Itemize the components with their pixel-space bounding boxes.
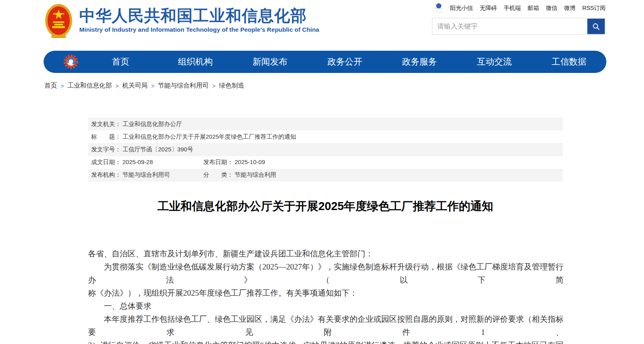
breadcrumb-home[interactable]: 首页 bbox=[44, 82, 57, 90]
meta-value: 节能与综合利用司 bbox=[122, 171, 170, 179]
search-icon bbox=[592, 23, 600, 31]
miit-gear-logo-icon bbox=[63, 54, 79, 70]
meta-row-org-category: 发布机构： 节能与综合利用司 分 类： 节能与综合利用 bbox=[88, 169, 563, 182]
meta-value: 工业和信息化部办公厅关于开展2025年度绿色工厂推荐工作的通知 bbox=[122, 133, 296, 141]
breadcrumb: 首页 > 工业和信息化部 > 机关司局 > 节能与综合利用司 > 绿色制造 bbox=[44, 82, 245, 90]
breadcrumb-departments[interactable]: 机关司局 bbox=[122, 82, 147, 90]
quick-link-rss[interactable]: RSS订阅 bbox=[582, 4, 606, 12]
quick-link-mail[interactable]: 邮箱 bbox=[527, 4, 539, 12]
site-titles: 中华人民共和国工业和信息化部 Ministry of Industry and … bbox=[79, 6, 319, 33]
body-line: 2）进行自评价。省级工业和信息化主管部门按照“优中选优、宁缺毋滥”的原则进行遴选… bbox=[88, 339, 564, 344]
meta-label: 发布机构： bbox=[91, 171, 121, 179]
meta-row-issuing-office: 发文机关： 工业和信息化部办公厅 bbox=[88, 118, 563, 130]
meta-label: 成文日期： bbox=[91, 159, 121, 166]
body-line-salutation: 各省、自治区、直辖市及计划单列市、新疆生产建设兵团工业和信息化主管部门： bbox=[88, 247, 564, 260]
meta-label: 发布日期： bbox=[203, 159, 233, 166]
page: 中华人民共和国工业和信息化部 Ministry of Industry and … bbox=[0, 0, 644, 344]
document-title: 工业和信息化部办公厅关于开展2025年度绿色工厂推荐工作的通知 bbox=[88, 198, 563, 214]
national-emblem-logo bbox=[44, 3, 73, 40]
breadcrumb-separator: > bbox=[115, 83, 118, 89]
meta-value: 节能与综合利用 bbox=[235, 171, 276, 179]
nav-item-interaction[interactable]: 互动交流 bbox=[457, 56, 532, 68]
site-title-english: Ministry of Industry and Information Tec… bbox=[79, 26, 319, 33]
meta-value: 工业和信息化部办公厅 bbox=[122, 120, 182, 128]
quick-link-accessibility[interactable]: 无障碍 bbox=[480, 4, 497, 12]
search-button[interactable] bbox=[587, 19, 605, 34]
breadcrumb-miit[interactable]: 工业和信息化部 bbox=[67, 82, 112, 90]
site-title-chinese: 中华人民共和国工业和信息化部 bbox=[79, 6, 319, 25]
document-body: 各省、自治区、直辖市及计划单列市、新疆生产建设兵团工业和信息化主管部门： 为贯彻… bbox=[88, 247, 564, 344]
national-emblem-icon bbox=[44, 3, 73, 40]
search-bar bbox=[432, 18, 606, 35]
body-line: 为贯彻落实《制造业绿色低碳发展行动方案（2025—2027年）》，实施绿色制造标… bbox=[88, 260, 564, 287]
search-input[interactable] bbox=[432, 18, 587, 34]
breadcrumb-separator: > bbox=[212, 83, 216, 89]
meta-label: 发文机关： bbox=[91, 120, 121, 128]
breadcrumb-green-manufacturing[interactable]: 绿色制造 bbox=[219, 82, 245, 90]
breadcrumb-separator: > bbox=[151, 83, 154, 89]
meta-label: 发文字号： bbox=[91, 146, 121, 153]
meta-label: 分 类： bbox=[203, 171, 233, 179]
mascot-robot-icon bbox=[434, 3, 443, 13]
header-quick-links: 阳光小信 无障碍 手机端 邮箱 微信 微博 RSS订阅 bbox=[434, 3, 606, 13]
meta-label: 标 题： bbox=[91, 133, 121, 141]
meta-value: 2025-10-09 bbox=[235, 159, 265, 166]
meta-value: 2025-09-28 bbox=[122, 159, 153, 166]
main-nav: 首页 组织机构 新闻发布 政务公开 政务服务 互动交流 工信数据 bbox=[44, 51, 606, 73]
breadcrumb-energy-dept[interactable]: 节能与综合利用司 bbox=[158, 82, 209, 90]
body-section-heading: 一、总体要求 bbox=[88, 300, 564, 313]
quick-link-mascot[interactable]: 阳光小信 bbox=[450, 4, 473, 12]
nav-item-gov-disclosure[interactable]: 政务公开 bbox=[308, 56, 382, 68]
meta-value: 工信厅节函〔2025〕390号 bbox=[122, 146, 193, 153]
quick-link-wechat[interactable]: 微信 bbox=[546, 4, 557, 12]
nav-item-gov-services[interactable]: 政务服务 bbox=[382, 56, 457, 68]
body-line: 本年度推荐工作包括绿色工厂、绿色工业园区，满足《办法》有关要求的企业或园区按照自… bbox=[88, 313, 564, 339]
quick-link-weibo[interactable]: 微博 bbox=[564, 4, 575, 12]
quick-link-mobile[interactable]: 手机端 bbox=[504, 4, 521, 12]
nav-item-organization[interactable]: 组织机构 bbox=[158, 56, 233, 68]
meta-row-doc-number: 发文字号： 工信厅节函〔2025〕390号 bbox=[88, 143, 563, 156]
nav-item-home[interactable]: 首页 bbox=[83, 56, 158, 68]
body-line: 称《办法》），现组织开展2025年度绿色工厂推荐工作。有关事项通知如下： bbox=[88, 287, 564, 300]
nav-item-miit-data[interactable]: 工信数据 bbox=[531, 56, 606, 68]
meta-row-title: 标 题： 工业和信息化部办公厅关于开展2025年度绿色工厂推荐工作的通知 bbox=[88, 130, 563, 143]
nav-item-news[interactable]: 新闻发布 bbox=[233, 56, 308, 68]
breadcrumb-separator: > bbox=[61, 83, 64, 89]
meta-row-dates: 成文日期： 2025-09-28 发布日期： 2025-10-09 bbox=[88, 156, 563, 169]
document-meta-table: 发文机关： 工业和信息化部办公厅 标 题： 工业和信息化部办公厅关于开展2025… bbox=[88, 118, 563, 182]
